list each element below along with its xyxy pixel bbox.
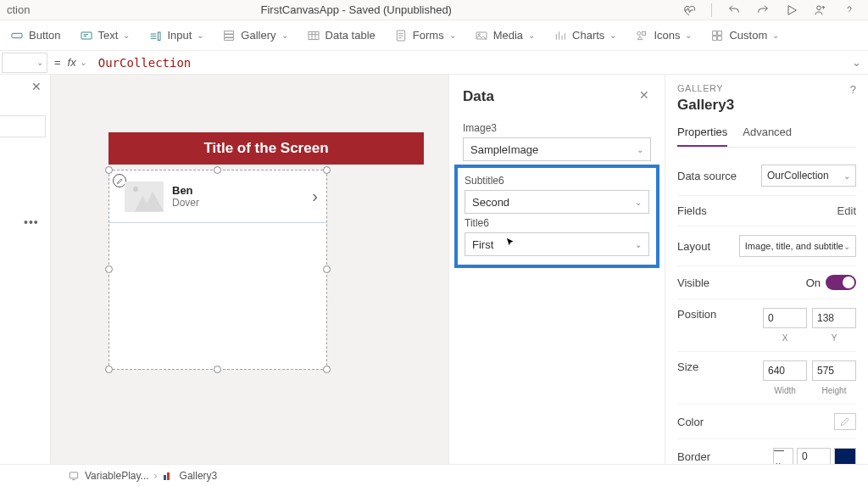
ribbon-icons-label: Icons xyxy=(654,29,680,42)
fields-label: Fields xyxy=(677,204,707,217)
subtitle-field-select[interactable]: Second⌄ xyxy=(465,190,649,214)
ribbon-charts[interactable]: Charts⌄ xyxy=(548,25,621,46)
svg-rect-15 xyxy=(713,36,717,40)
visible-toggle[interactable] xyxy=(826,275,856,290)
position-y-input[interactable]: 138 xyxy=(812,308,856,328)
gallery-row[interactable]: Ben Dover › xyxy=(109,170,326,223)
ribbon-forms-label: Forms xyxy=(413,29,444,42)
share-icon[interactable] xyxy=(814,3,827,17)
position-x-input[interactable]: 0 xyxy=(763,308,807,328)
svg-rect-5 xyxy=(225,34,234,36)
tab-advanced[interactable]: Advanced xyxy=(743,122,792,147)
resize-handle[interactable] xyxy=(214,366,221,373)
resize-handle[interactable] xyxy=(323,166,331,174)
help-icon[interactable] xyxy=(843,3,856,17)
resize-handle[interactable] xyxy=(105,366,113,373)
panel-help-icon[interactable]: ? xyxy=(850,83,856,96)
ribbon-forms[interactable]: Forms⌄ xyxy=(389,25,461,46)
canvas-area[interactable]: Title of the Screen Ben Dover › xyxy=(51,75,448,464)
svg-rect-14 xyxy=(718,31,722,35)
size-label: Size xyxy=(677,360,698,373)
play-icon[interactable] xyxy=(785,3,798,17)
undo-icon[interactable] xyxy=(727,3,741,17)
tree-overflow-icon[interactable]: ••• xyxy=(24,215,39,229)
resize-handle[interactable] xyxy=(323,366,331,373)
x-sublabel: X xyxy=(763,333,807,343)
title-left-trunc: ction xyxy=(0,3,30,16)
svg-rect-1 xyxy=(12,33,22,37)
ribbon-input-label: Input xyxy=(167,29,192,42)
resize-handle[interactable] xyxy=(214,166,221,174)
health-icon[interactable] xyxy=(682,3,696,17)
ribbon-media[interactable]: Media⌄ xyxy=(470,25,540,46)
ribbon-datatable-label: Data table xyxy=(326,29,376,42)
image-field-label: Image3 xyxy=(463,122,651,134)
ribbon-icons[interactable]: Icons⌄ xyxy=(630,25,697,46)
redo-icon[interactable] xyxy=(756,3,770,17)
title-field-label: Title6 xyxy=(465,217,649,229)
ribbon-media-label: Media xyxy=(493,29,523,42)
title-field-select[interactable]: First⌄ xyxy=(465,232,649,256)
svg-point-10 xyxy=(478,33,480,35)
height-input[interactable]: 575 xyxy=(812,360,856,381)
selected-control-name[interactable]: Gallery3 xyxy=(677,97,856,114)
cursor-icon xyxy=(504,237,516,251)
svg-rect-4 xyxy=(225,31,234,33)
border-label: Border xyxy=(677,450,710,463)
subtitle-field-label: Subtitle6 xyxy=(465,175,649,187)
breadcrumb-screen[interactable]: VariablePlay... xyxy=(85,470,149,482)
border-style-select[interactable]: — ⌄ xyxy=(773,448,793,464)
svg-point-0 xyxy=(817,6,821,10)
ribbon-text[interactable]: Text⌄ xyxy=(75,25,136,46)
ribbon-input[interactable]: Input⌄ xyxy=(143,25,209,46)
resize-handle[interactable] xyxy=(323,265,331,273)
ribbon-custom[interactable]: Custom⌄ xyxy=(705,25,784,46)
color-picker[interactable] xyxy=(834,413,856,430)
gallery-control[interactable]: Ben Dover › xyxy=(108,170,327,370)
fx-button[interactable]: fx⌄ xyxy=(68,56,95,69)
fields-edit-link[interactable]: Edit xyxy=(837,204,856,217)
chevron-right-icon[interactable]: › xyxy=(312,187,318,206)
color-label: Color xyxy=(677,416,704,428)
tab-properties[interactable]: Properties xyxy=(677,122,727,147)
gallery-icon xyxy=(163,470,175,482)
svg-rect-2 xyxy=(81,32,92,39)
property-selector[interactable]: ⌄ xyxy=(2,53,47,73)
ribbon-gallery[interactable]: Gallery⌄ xyxy=(217,25,292,46)
svg-rect-7 xyxy=(309,31,319,39)
resize-handle[interactable] xyxy=(105,166,113,174)
ribbon-button[interactable]: Button xyxy=(5,25,66,46)
h-sublabel: Height xyxy=(812,386,856,395)
svg-rect-3 xyxy=(159,32,161,40)
layout-select[interactable]: Image, title, and subtitle⌄ xyxy=(739,235,856,257)
ribbon-gallery-label: Gallery xyxy=(241,29,275,42)
w-sublabel: Width xyxy=(763,386,807,395)
data-panel-header: Data xyxy=(463,88,651,105)
tree-item[interactable] xyxy=(0,115,46,137)
screen-icon xyxy=(68,470,80,482)
breadcrumb-gallery[interactable]: Gallery3 xyxy=(180,470,218,482)
property-tabs: Properties Advanced xyxy=(677,122,856,148)
data-panel-close-icon[interactable]: ✕ xyxy=(639,88,649,102)
title-bar: ction FirstCanvasApp - Saved (Unpublishe… xyxy=(0,0,868,20)
border-width-input[interactable]: 0 xyxy=(797,448,831,464)
svg-rect-6 xyxy=(225,37,234,40)
border-color-picker[interactable] xyxy=(834,448,856,464)
ribbon-datatable[interactable]: Data table xyxy=(302,25,381,46)
equals-label: = xyxy=(47,56,68,69)
sample-image-icon xyxy=(125,182,164,212)
ribbon-button-label: Button xyxy=(29,29,61,42)
insert-ribbon: Button Text⌄ Input⌄ Gallery⌄ Data table … xyxy=(0,20,868,51)
resize-handle[interactable] xyxy=(105,265,113,273)
ribbon-custom-label: Custom xyxy=(729,29,767,42)
formula-expand-icon[interactable]: ⌄ xyxy=(844,56,868,69)
width-input[interactable]: 640 xyxy=(763,360,807,381)
image-field-select[interactable]: SampleImage⌄ xyxy=(463,137,651,161)
gallery-row-title: Ben xyxy=(172,184,303,197)
svg-point-11 xyxy=(637,31,641,35)
tree-close-icon[interactable]: ✕ xyxy=(31,80,42,93)
ribbon-charts-label: Charts xyxy=(572,29,604,42)
datasource-select[interactable]: OurCollection⌄ xyxy=(761,165,856,187)
data-panel: ✕ Data Image3 SampleImage⌄ Subtitle6 Sec… xyxy=(448,75,665,464)
formula-input[interactable]: OurCollection xyxy=(95,56,844,70)
